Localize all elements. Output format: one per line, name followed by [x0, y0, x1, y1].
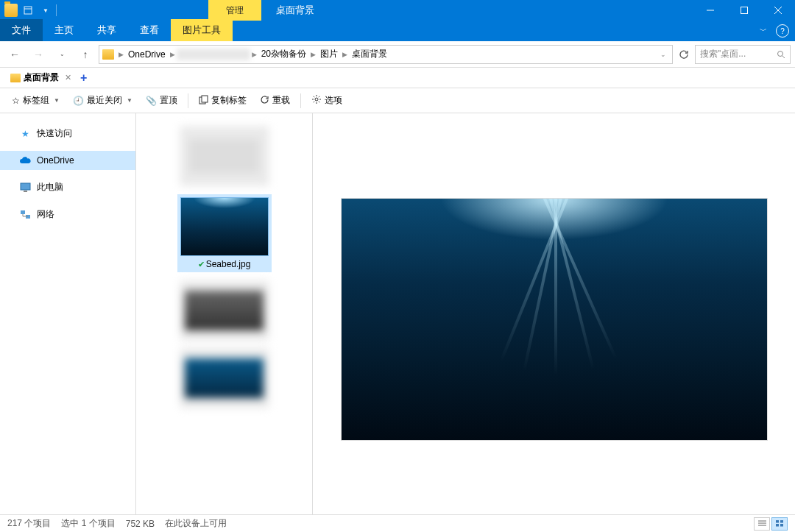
file-label: ✔ Seabed.jpg	[180, 259, 269, 269]
chevron-right-icon[interactable]: ▶	[342, 51, 347, 58]
star-icon: ★	[19, 128, 31, 140]
sidebar-item-label: 此电脑	[37, 181, 63, 194]
nav-forward-button[interactable]: →	[28, 44, 49, 65]
clock-icon: 🕘	[73, 96, 84, 106]
navigation-sidebar: ★ 快速访问 OneDrive 此电脑 网络	[0, 113, 136, 525]
thumbnail-image	[180, 127, 269, 185]
file-thumbnail[interactable]	[180, 349, 269, 408]
svg-rect-20	[24, 191, 27, 192]
sidebar-item-label: OneDrive	[37, 155, 74, 166]
window-title: 桌面背景	[276, 4, 314, 17]
ribbon-collapse-icon[interactable]: ﹀	[757, 24, 770, 38]
svg-rect-30	[776, 524, 779, 527]
preview-image	[341, 198, 768, 441]
options-button[interactable]: 选项	[305, 91, 348, 110]
file-thumbnail[interactable]	[180, 281, 269, 340]
tab-close-icon[interactable]: ✕	[65, 73, 71, 82]
sidebar-item-quick-access[interactable]: ★ 快速访问	[0, 124, 135, 143]
pin-top-button[interactable]: 📎 置顶	[140, 91, 183, 110]
maximize-button[interactable]	[727, 0, 761, 21]
navigation-bar: ← → ⌄ ↑ ▶ OneDrive ▶ ▶ 20杂物备份 ▶ 图片 ▶ 桌面背…	[0, 41, 795, 68]
clover-toolbar: ☆ 标签组 ▼ 🕘 最近关闭 ▼ 📎 置顶 复制标签 重载 选项	[0, 88, 795, 113]
quick-access-toolbar: ▼	[22, 4, 52, 16]
title-bar: ▼ 管理 桌面背景	[0, 0, 795, 21]
address-dropdown-icon[interactable]: ⌄	[660, 51, 666, 58]
reload-button[interactable]: 重载	[254, 91, 296, 110]
folder-icon	[10, 74, 21, 82]
ribbon-tab-file[interactable]: 文件	[0, 19, 43, 41]
new-tab-button[interactable]: +	[80, 71, 87, 85]
svg-rect-3	[741, 7, 748, 14]
thumbnail-image	[180, 349, 269, 408]
svg-rect-0	[24, 7, 32, 14]
svg-rect-29	[780, 520, 783, 523]
refresh-button[interactable]	[676, 49, 692, 60]
file-thumbnail[interactable]	[180, 127, 269, 185]
address-bar[interactable]: ▶ OneDrive ▶ ▶ 20杂物备份 ▶ 图片 ▶ 桌面背景 ⌄	[99, 45, 673, 64]
sidebar-item-label: 网络	[37, 208, 54, 221]
svg-rect-31	[780, 524, 783, 527]
breadcrumb-redacted	[177, 49, 250, 60]
folder-tab-label: 桌面背景	[24, 71, 59, 84]
chevron-right-icon[interactable]: ▶	[252, 51, 257, 58]
sync-status-icon: ✔	[198, 260, 205, 269]
ribbon-tab-home[interactable]: 主页	[43, 19, 85, 41]
svg-line-16	[319, 102, 319, 102]
svg-rect-19	[21, 183, 30, 190]
reload-icon	[260, 95, 269, 107]
search-input[interactable]: 搜索"桌面...	[695, 45, 791, 64]
qat-properties-icon[interactable]	[22, 4, 34, 16]
file-list-pane[interactable]: ✔ Seabed.jpg	[136, 113, 313, 525]
ribbon-tabs: 文件 主页 共享 查看 图片工具 ﹀ ?	[0, 21, 795, 41]
qat-dropdown-icon[interactable]: ▼	[40, 4, 52, 16]
sidebar-item-network[interactable]: 网络	[0, 205, 135, 224]
sidebar-item-label: 快速访问	[37, 127, 72, 140]
chevron-right-icon[interactable]: ▶	[119, 51, 124, 58]
svg-rect-21	[21, 210, 25, 214]
search-icon	[777, 50, 785, 59]
nav-up-button[interactable]: ↑	[75, 44, 96, 65]
breadcrumb-wallpaper[interactable]: 桌面背景	[349, 48, 390, 60]
chevron-right-icon[interactable]: ▶	[170, 51, 175, 58]
nav-back-button[interactable]: ←	[4, 44, 25, 65]
chevron-right-icon[interactable]: ▶	[311, 51, 316, 58]
folder-tab[interactable]: 桌面背景 ✕	[6, 70, 76, 86]
thumbnail-image	[180, 281, 269, 340]
nav-recent-dropdown[interactable]: ⌄	[52, 44, 72, 65]
svg-point-6	[778, 51, 783, 56]
minimize-button[interactable]	[693, 0, 727, 21]
network-icon	[19, 209, 31, 221]
sidebar-item-this-pc[interactable]: 此电脑	[0, 177, 135, 197]
svg-line-17	[314, 102, 314, 102]
copy-tab-button[interactable]: 复制标签	[193, 91, 252, 110]
bookmark-group-button[interactable]: ☆ 标签组 ▼	[6, 91, 66, 110]
svg-rect-28	[776, 520, 779, 523]
breadcrumb-pictures[interactable]: 图片	[317, 48, 341, 60]
ribbon-tab-view[interactable]: 查看	[128, 19, 171, 41]
ribbon-tab-share[interactable]: 共享	[85, 19, 128, 41]
view-thumbnails-button[interactable]	[771, 517, 788, 531]
sidebar-item-onedrive[interactable]: OneDrive	[0, 151, 135, 170]
folder-icon	[4, 4, 18, 17]
search-placeholder: 搜索"桌面...	[700, 48, 746, 60]
status-item-count: 217 个项目	[7, 517, 51, 530]
svg-rect-9	[202, 96, 208, 102]
status-size: 752 KB	[126, 519, 155, 529]
help-icon[interactable]: ?	[776, 24, 789, 38]
status-bar: 217 个项目 选中 1 个项目 752 KB 在此设备上可用	[0, 514, 795, 532]
ribbon-tab-picture-tools[interactable]: 图片工具	[171, 19, 233, 41]
svg-line-7	[782, 56, 785, 58]
recent-closed-button[interactable]: 🕘 最近关闭 ▼	[67, 91, 138, 110]
svg-line-18	[319, 96, 319, 97]
star-icon: ☆	[12, 96, 20, 106]
status-availability: 在此设备上可用	[165, 517, 227, 530]
ribbon-context-tab[interactable]: 管理	[208, 0, 261, 21]
breadcrumb-backup[interactable]: 20杂物备份	[258, 48, 309, 60]
status-selected-count: 选中 1 个项目	[61, 517, 115, 530]
close-button[interactable]	[761, 0, 795, 21]
thumbnail-image	[180, 197, 269, 256]
file-thumbnail-selected[interactable]: ✔ Seabed.jpg	[177, 194, 272, 272]
address-folder-icon	[102, 49, 114, 60]
view-details-button[interactable]	[754, 517, 770, 531]
breadcrumb-onedrive[interactable]: OneDrive	[125, 49, 169, 60]
